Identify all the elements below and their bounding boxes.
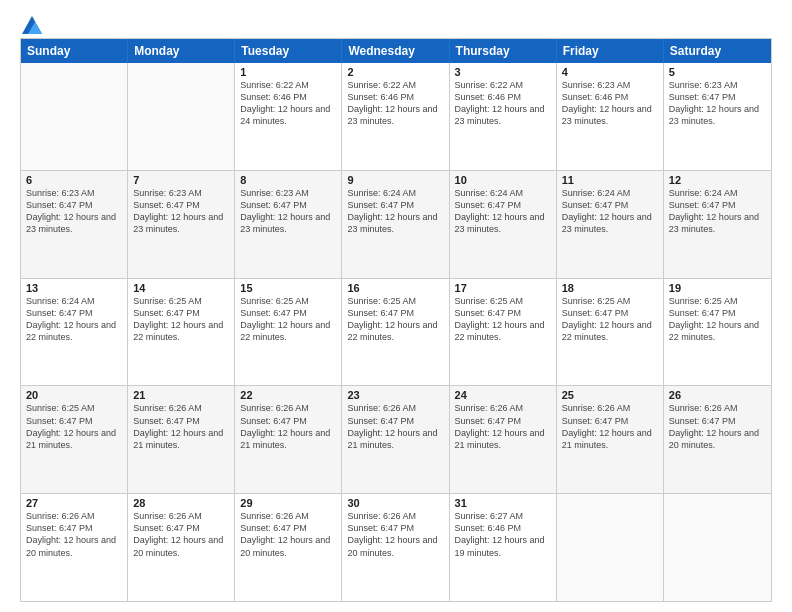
- day-info: Sunrise: 6:23 AM Sunset: 6:47 PM Dayligh…: [133, 187, 229, 236]
- day-number: 8: [240, 174, 336, 186]
- cal-cell: 17Sunrise: 6:25 AM Sunset: 6:47 PM Dayli…: [450, 279, 557, 386]
- calendar-body: 1Sunrise: 6:22 AM Sunset: 6:46 PM Daylig…: [21, 63, 771, 601]
- cal-cell: [557, 494, 664, 601]
- cal-cell: 31Sunrise: 6:27 AM Sunset: 6:46 PM Dayli…: [450, 494, 557, 601]
- day-number: 20: [26, 389, 122, 401]
- day-number: 9: [347, 174, 443, 186]
- page: SundayMondayTuesdayWednesdayThursdayFrid…: [0, 0, 792, 612]
- day-number: 19: [669, 282, 766, 294]
- cal-cell: 8Sunrise: 6:23 AM Sunset: 6:47 PM Daylig…: [235, 171, 342, 278]
- cal-cell: 11Sunrise: 6:24 AM Sunset: 6:47 PM Dayli…: [557, 171, 664, 278]
- cal-cell: 4Sunrise: 6:23 AM Sunset: 6:46 PM Daylig…: [557, 63, 664, 170]
- day-info: Sunrise: 6:23 AM Sunset: 6:47 PM Dayligh…: [669, 79, 766, 128]
- day-info: Sunrise: 6:22 AM Sunset: 6:46 PM Dayligh…: [347, 79, 443, 128]
- day-number: 22: [240, 389, 336, 401]
- day-number: 5: [669, 66, 766, 78]
- cal-cell: 25Sunrise: 6:26 AM Sunset: 6:47 PM Dayli…: [557, 386, 664, 493]
- cal-header-tuesday: Tuesday: [235, 39, 342, 63]
- cal-week-4: 20Sunrise: 6:25 AM Sunset: 6:47 PM Dayli…: [21, 386, 771, 494]
- cal-cell: [664, 494, 771, 601]
- cal-cell: [21, 63, 128, 170]
- cal-cell: 23Sunrise: 6:26 AM Sunset: 6:47 PM Dayli…: [342, 386, 449, 493]
- day-number: 28: [133, 497, 229, 509]
- day-info: Sunrise: 6:25 AM Sunset: 6:47 PM Dayligh…: [455, 295, 551, 344]
- day-info: Sunrise: 6:26 AM Sunset: 6:47 PM Dayligh…: [26, 510, 122, 559]
- cal-cell: 24Sunrise: 6:26 AM Sunset: 6:47 PM Dayli…: [450, 386, 557, 493]
- day-number: 12: [669, 174, 766, 186]
- day-info: Sunrise: 6:26 AM Sunset: 6:47 PM Dayligh…: [455, 402, 551, 451]
- day-number: 23: [347, 389, 443, 401]
- cal-header-saturday: Saturday: [664, 39, 771, 63]
- cal-cell: 1Sunrise: 6:22 AM Sunset: 6:46 PM Daylig…: [235, 63, 342, 170]
- day-info: Sunrise: 6:26 AM Sunset: 6:47 PM Dayligh…: [562, 402, 658, 451]
- day-number: 17: [455, 282, 551, 294]
- day-info: Sunrise: 6:25 AM Sunset: 6:47 PM Dayligh…: [347, 295, 443, 344]
- day-number: 11: [562, 174, 658, 186]
- cal-cell: 30Sunrise: 6:26 AM Sunset: 6:47 PM Dayli…: [342, 494, 449, 601]
- day-info: Sunrise: 6:26 AM Sunset: 6:47 PM Dayligh…: [240, 510, 336, 559]
- cal-week-1: 1Sunrise: 6:22 AM Sunset: 6:46 PM Daylig…: [21, 63, 771, 171]
- cal-cell: 9Sunrise: 6:24 AM Sunset: 6:47 PM Daylig…: [342, 171, 449, 278]
- cal-week-3: 13Sunrise: 6:24 AM Sunset: 6:47 PM Dayli…: [21, 279, 771, 387]
- logo: [20, 16, 42, 30]
- day-number: 3: [455, 66, 551, 78]
- cal-header-thursday: Thursday: [450, 39, 557, 63]
- day-info: Sunrise: 6:24 AM Sunset: 6:47 PM Dayligh…: [347, 187, 443, 236]
- day-info: Sunrise: 6:27 AM Sunset: 6:46 PM Dayligh…: [455, 510, 551, 559]
- day-number: 31: [455, 497, 551, 509]
- day-info: Sunrise: 6:23 AM Sunset: 6:46 PM Dayligh…: [562, 79, 658, 128]
- cal-cell: 26Sunrise: 6:26 AM Sunset: 6:47 PM Dayli…: [664, 386, 771, 493]
- header: [20, 16, 772, 30]
- cal-cell: 14Sunrise: 6:25 AM Sunset: 6:47 PM Dayli…: [128, 279, 235, 386]
- cal-cell: 10Sunrise: 6:24 AM Sunset: 6:47 PM Dayli…: [450, 171, 557, 278]
- calendar-header: SundayMondayTuesdayWednesdayThursdayFrid…: [21, 39, 771, 63]
- cal-header-friday: Friday: [557, 39, 664, 63]
- day-number: 7: [133, 174, 229, 186]
- cal-cell: 19Sunrise: 6:25 AM Sunset: 6:47 PM Dayli…: [664, 279, 771, 386]
- day-info: Sunrise: 6:26 AM Sunset: 6:47 PM Dayligh…: [347, 402, 443, 451]
- day-number: 26: [669, 389, 766, 401]
- day-info: Sunrise: 6:25 AM Sunset: 6:47 PM Dayligh…: [26, 402, 122, 451]
- cal-cell: 16Sunrise: 6:25 AM Sunset: 6:47 PM Dayli…: [342, 279, 449, 386]
- calendar: SundayMondayTuesdayWednesdayThursdayFrid…: [20, 38, 772, 602]
- cal-cell: 13Sunrise: 6:24 AM Sunset: 6:47 PM Dayli…: [21, 279, 128, 386]
- day-number: 6: [26, 174, 122, 186]
- day-info: Sunrise: 6:22 AM Sunset: 6:46 PM Dayligh…: [455, 79, 551, 128]
- day-info: Sunrise: 6:26 AM Sunset: 6:47 PM Dayligh…: [133, 402, 229, 451]
- day-info: Sunrise: 6:26 AM Sunset: 6:47 PM Dayligh…: [133, 510, 229, 559]
- day-number: 15: [240, 282, 336, 294]
- day-info: Sunrise: 6:23 AM Sunset: 6:47 PM Dayligh…: [240, 187, 336, 236]
- cal-header-wednesday: Wednesday: [342, 39, 449, 63]
- cal-week-2: 6Sunrise: 6:23 AM Sunset: 6:47 PM Daylig…: [21, 171, 771, 279]
- cal-cell: 20Sunrise: 6:25 AM Sunset: 6:47 PM Dayli…: [21, 386, 128, 493]
- day-info: Sunrise: 6:25 AM Sunset: 6:47 PM Dayligh…: [562, 295, 658, 344]
- cal-cell: 3Sunrise: 6:22 AM Sunset: 6:46 PM Daylig…: [450, 63, 557, 170]
- day-info: Sunrise: 6:26 AM Sunset: 6:47 PM Dayligh…: [240, 402, 336, 451]
- day-number: 14: [133, 282, 229, 294]
- cal-cell: [128, 63, 235, 170]
- day-info: Sunrise: 6:26 AM Sunset: 6:47 PM Dayligh…: [669, 402, 766, 451]
- day-number: 4: [562, 66, 658, 78]
- day-info: Sunrise: 6:25 AM Sunset: 6:47 PM Dayligh…: [240, 295, 336, 344]
- day-number: 27: [26, 497, 122, 509]
- day-number: 16: [347, 282, 443, 294]
- logo-icon: [22, 16, 42, 34]
- day-info: Sunrise: 6:24 AM Sunset: 6:47 PM Dayligh…: [669, 187, 766, 236]
- day-number: 30: [347, 497, 443, 509]
- cal-header-sunday: Sunday: [21, 39, 128, 63]
- day-number: 29: [240, 497, 336, 509]
- cal-cell: 18Sunrise: 6:25 AM Sunset: 6:47 PM Dayli…: [557, 279, 664, 386]
- day-info: Sunrise: 6:24 AM Sunset: 6:47 PM Dayligh…: [455, 187, 551, 236]
- cal-cell: 12Sunrise: 6:24 AM Sunset: 6:47 PM Dayli…: [664, 171, 771, 278]
- cal-cell: 2Sunrise: 6:22 AM Sunset: 6:46 PM Daylig…: [342, 63, 449, 170]
- day-info: Sunrise: 6:23 AM Sunset: 6:47 PM Dayligh…: [26, 187, 122, 236]
- cal-cell: 21Sunrise: 6:26 AM Sunset: 6:47 PM Dayli…: [128, 386, 235, 493]
- cal-header-monday: Monday: [128, 39, 235, 63]
- day-info: Sunrise: 6:25 AM Sunset: 6:47 PM Dayligh…: [669, 295, 766, 344]
- cal-week-5: 27Sunrise: 6:26 AM Sunset: 6:47 PM Dayli…: [21, 494, 771, 601]
- day-info: Sunrise: 6:25 AM Sunset: 6:47 PM Dayligh…: [133, 295, 229, 344]
- cal-cell: 29Sunrise: 6:26 AM Sunset: 6:47 PM Dayli…: [235, 494, 342, 601]
- day-number: 1: [240, 66, 336, 78]
- day-info: Sunrise: 6:26 AM Sunset: 6:47 PM Dayligh…: [347, 510, 443, 559]
- cal-cell: 22Sunrise: 6:26 AM Sunset: 6:47 PM Dayli…: [235, 386, 342, 493]
